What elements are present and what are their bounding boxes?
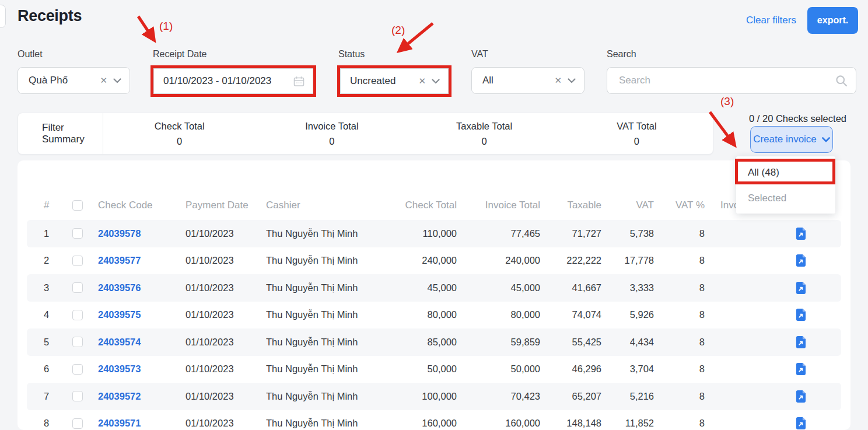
row-checkbox[interactable] <box>72 391 83 401</box>
payment-date: 01/10/2023 <box>186 302 267 329</box>
summary-vat-total: VAT Total 0 <box>561 113 713 154</box>
col-index: # <box>44 197 64 214</box>
vat-percent: 8 <box>646 247 705 275</box>
row-index: 7 <box>44 383 64 410</box>
receipt-date-label: Receipt Date <box>153 49 207 60</box>
vat-select[interactable]: All ✕ <box>471 67 584 94</box>
calendar-icon[interactable] <box>293 76 313 87</box>
vat-amount: 3,333 <box>596 274 654 302</box>
create-invoice-file-icon[interactable] <box>795 227 806 240</box>
vat-amount: 4,434 <box>596 328 654 356</box>
row-checkbox[interactable] <box>72 282 83 293</box>
search-input[interactable] <box>607 75 835 86</box>
checkbox-cell <box>72 356 90 383</box>
select-all-checkbox[interactable] <box>72 200 83 211</box>
filter-summary-card: Filter Summary Check Total 0 Invoice Tot… <box>18 113 713 155</box>
table-row: 8 24039571 01/10/2023 Thu Nguyễn Thị Min… <box>27 410 841 430</box>
checkbox-cell <box>72 220 90 247</box>
row-index: 4 <box>44 302 64 329</box>
row-checkbox[interactable] <box>72 418 83 429</box>
row-index: 1 <box>44 220 64 247</box>
check-code-link[interactable]: 24039576 <box>98 274 183 302</box>
taxable: 148,148 <box>543 410 601 430</box>
create-invoice-file-icon[interactable] <box>795 254 806 267</box>
outlet-select[interactable]: Quà Phố ✕ <box>18 67 130 94</box>
export-button[interactable]: export. <box>807 7 858 34</box>
vat-percent: 8 <box>646 220 705 247</box>
chevron-down-icon[interactable] <box>432 79 448 84</box>
create-invoice-file-icon[interactable] <box>795 417 806 430</box>
row-checkbox[interactable] <box>72 228 83 239</box>
payment-date: 01/10/2023 <box>186 274 267 302</box>
check-code-link[interactable]: 24039577 <box>98 247 183 275</box>
clear-status-icon[interactable]: ✕ <box>412 76 432 86</box>
clear-vat-icon[interactable]: ✕ <box>548 75 568 86</box>
row-checkbox[interactable] <box>72 337 83 347</box>
row-index: 3 <box>44 274 64 302</box>
check-total: 45,000 <box>398 274 457 302</box>
chevron-down-icon[interactable] <box>113 78 130 83</box>
check-code-link[interactable]: 24039571 <box>98 410 183 430</box>
search-box[interactable] <box>607 67 856 94</box>
col-check-total: Check Total <box>398 197 457 214</box>
create-invoice-file-icon[interactable] <box>795 335 806 349</box>
create-invoice-file-icon[interactable] <box>795 390 806 403</box>
create-invoice-button[interactable]: Create invoice <box>750 126 833 153</box>
payment-date: 01/10/2023 <box>186 383 267 410</box>
status-value: Uncreated <box>341 75 412 87</box>
check-code-link[interactable]: 24039578 <box>98 220 183 247</box>
invoice-cell <box>789 356 812 383</box>
taxable: 74,074 <box>543 302 601 329</box>
receipt-date-input[interactable]: 01/10/2023 - 01/10/2023 <box>153 68 313 94</box>
invoice-cell <box>789 410 812 430</box>
cashier-name: Thu Nguyễn Thị Minh <box>266 274 400 302</box>
create-invoice-file-icon[interactable] <box>795 362 806 376</box>
taxable: 222,222 <box>543 247 601 275</box>
vat-percent: 8 <box>646 328 705 356</box>
cashier-name: Thu Nguyễn Thị Minh <box>266 328 400 356</box>
invoice-total: 240,000 <box>482 247 540 275</box>
cashier-name: Thu Nguyễn Thị Minh <box>266 410 400 430</box>
col-vat-pct: VAT % <box>646 197 705 214</box>
table-row: 7 24039572 01/10/2023 Thu Nguyễn Thị Min… <box>27 383 841 410</box>
create-invoice-file-icon[interactable] <box>795 281 806 295</box>
receipts-table-card: # Check Code Payment Date Cashier Check … <box>18 160 850 430</box>
check-code-link[interactable]: 24039572 <box>98 383 183 410</box>
row-checkbox[interactable] <box>72 256 83 266</box>
row-checkbox[interactable] <box>72 310 83 320</box>
menu-item-selected[interactable]: Selected <box>736 186 835 211</box>
vat-percent: 8 <box>646 410 705 430</box>
table-row: 1 24039578 01/10/2023 Thu Nguyễn Thị Min… <box>27 220 841 247</box>
chevron-down-icon <box>822 137 830 142</box>
check-code-link[interactable]: 24039575 <box>98 302 183 329</box>
menu-item-all[interactable]: All (48) <box>736 160 835 186</box>
invoice-cell <box>789 328 812 356</box>
invoice-total: 70,423 <box>482 383 540 410</box>
clear-filters-link[interactable]: Clear filters <box>746 15 796 26</box>
check-code-link[interactable]: 24039573 <box>98 356 183 383</box>
check-code-link[interactable]: 24039574 <box>98 328 183 356</box>
invoice-total: 45,000 <box>482 274 540 302</box>
create-invoice-file-icon[interactable] <box>795 308 806 321</box>
vat-amount: 3,704 <box>596 356 654 383</box>
table-row: 6 24039573 01/10/2023 Thu Nguyễn Thị Min… <box>27 356 841 383</box>
check-total: 240,000 <box>398 247 457 275</box>
col-taxable: Taxable <box>543 197 601 214</box>
vat-amount: 5,738 <box>596 220 654 247</box>
clear-outlet-icon[interactable]: ✕ <box>94 75 113 86</box>
edge-fragment <box>0 5 6 28</box>
summary-value: 0 <box>482 136 487 147</box>
search-label: Search <box>607 49 636 60</box>
summary-label: VAT Total <box>617 121 656 132</box>
vat-percent: 8 <box>646 383 705 410</box>
status-select[interactable]: Uncreated ✕ <box>340 68 449 94</box>
chevron-down-icon[interactable] <box>568 78 584 83</box>
vat-label: VAT <box>471 49 488 60</box>
annotation-label-2: (2) <box>391 24 405 37</box>
checks-selected-count: 0 / 20 Checks selected <box>749 113 846 124</box>
search-icon[interactable] <box>835 75 856 87</box>
checkbox-cell <box>72 383 90 410</box>
row-checkbox[interactable] <box>72 364 83 375</box>
row-index: 8 <box>44 410 64 430</box>
checkbox-cell <box>72 328 90 356</box>
